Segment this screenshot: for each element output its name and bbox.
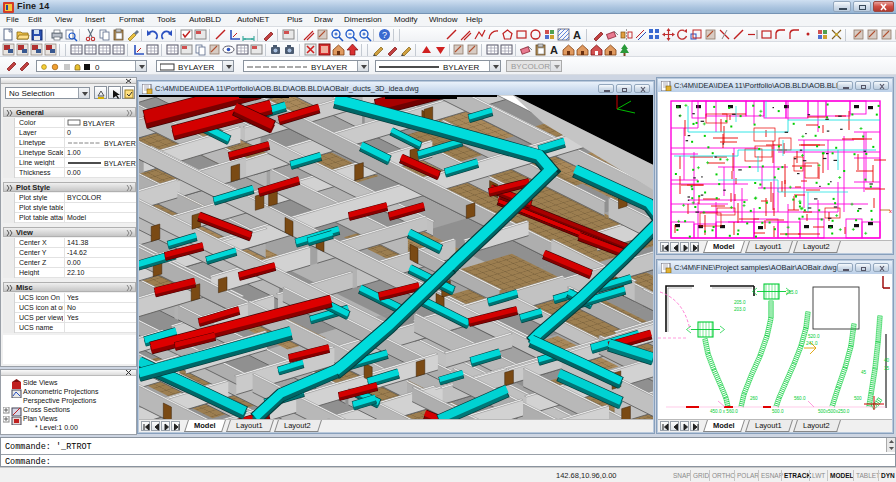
svg-text:205.0: 205.0 bbox=[734, 300, 746, 305]
svg-text:BYLAYER: BYLAYER bbox=[104, 160, 136, 167]
svg-text:x: x bbox=[889, 208, 892, 214]
svg-text:A: A bbox=[550, 44, 558, 56]
svg-text:0: 0 bbox=[95, 63, 100, 72]
svg-text:?: ? bbox=[382, 30, 387, 40]
svg-text:265.0: 265.0 bbox=[786, 290, 798, 295]
svg-text:500x500x250.0: 500x500x250.0 bbox=[818, 409, 850, 414]
svg-text:560.0: 560.0 bbox=[794, 396, 806, 401]
svg-text:BYLAYER: BYLAYER bbox=[443, 63, 480, 72]
svg-text:40: 40 bbox=[884, 358, 890, 363]
svg-text:260: 260 bbox=[750, 396, 758, 401]
svg-text:45: 45 bbox=[861, 370, 867, 375]
svg-text:500: 500 bbox=[854, 396, 862, 401]
svg-text:BYLAYER: BYLAYER bbox=[311, 63, 348, 72]
svg-text:520.0: 520.0 bbox=[808, 334, 820, 339]
svg-text:BYLAYER: BYLAYER bbox=[104, 140, 136, 147]
svg-text:203.0: 203.0 bbox=[734, 307, 746, 312]
svg-text:BYLAYER: BYLAYER bbox=[83, 120, 115, 127]
svg-text:A: A bbox=[573, 29, 581, 41]
svg-text:15: 15 bbox=[884, 366, 890, 371]
svg-text:BYLAYER: BYLAYER bbox=[178, 63, 215, 72]
svg-text:500.0: 500.0 bbox=[772, 409, 784, 414]
svg-text:450.0 x 560.0: 450.0 x 560.0 bbox=[710, 409, 738, 414]
